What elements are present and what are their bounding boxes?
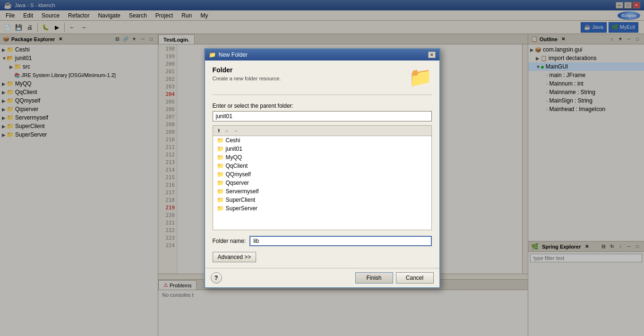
dialog-tree-label-superclient: SuperClient — [226, 197, 256, 203]
tree-toolbar-back-icon[interactable]: ← — [223, 127, 231, 134]
folder-icon: 📁 — [217, 197, 224, 203]
folder-icon: 📁 — [217, 146, 224, 152]
folder-name-row: Folder name: — [213, 236, 432, 246]
dialog-tree-label-qqserver: Qqserver — [226, 180, 249, 186]
dialog-tree-item-superclient[interactable]: 📁 SuperClient — [213, 196, 431, 204]
dialog-tree-item-qqmyself[interactable]: 📁 QQmyself — [213, 170, 431, 179]
dialog-tree-label-ceshi: Ceshi — [226, 137, 240, 144]
dialog-tree-label-servermyself: Servermyself — [226, 188, 259, 195]
tree-toolbar-up-icon[interactable]: ⬆ — [215, 127, 223, 134]
dialog-close-button[interactable]: ✕ — [428, 52, 436, 58]
dialog-tree-area: 📁 Ceshi 📁 junit01 📁 MyQQ 📁 QqClient 📁 — [213, 136, 432, 230]
dialog-header-section: Folder Create a new folder resource. 📁 — [213, 66, 432, 95]
modal-overlay: 📁 New Folder ✕ Folder Create a new folde… — [0, 0, 644, 336]
cancel-button[interactable]: Cancel — [396, 272, 434, 284]
dialog-tree-label-qqmyself: QQmyself — [226, 171, 251, 178]
dialog-tree-item-myqq[interactable]: 📁 MyQQ — [213, 153, 431, 162]
dialog-tree-label-myqq: MyQQ — [226, 154, 242, 161]
dialog-tree-label-superserver: SuperServer — [226, 205, 258, 212]
folder-icon: 📁 — [217, 171, 224, 178]
folder-icon: 📁 — [217, 180, 224, 186]
dialog-tree-label-junit01: junit01 — [226, 146, 242, 152]
dialog-tree-item-superserver[interactable]: 📁 SuperServer — [213, 204, 431, 213]
dialog-section-desc: Create a new folder resource. — [213, 76, 409, 81]
dialog-body: Folder Create a new folder resource. 📁 E… — [205, 60, 439, 268]
dialog-footer: ? Finish Cancel — [205, 268, 439, 287]
dialog-title-text: Folder Create a new folder resource. — [213, 66, 409, 81]
folder-icon: 📁 — [217, 137, 224, 144]
dialog-footer-right: Finish Cancel — [355, 272, 434, 284]
dialog-tree-item-ceshi[interactable]: 📁 Ceshi — [213, 136, 431, 145]
dialog-tree-item-servermyself[interactable]: 📁 Servermyself — [213, 187, 431, 196]
dialog-tree-item-qqserver[interactable]: 📁 Qqserver — [213, 179, 431, 187]
dialog-title-left: 📁 New Folder — [209, 52, 248, 58]
folder-name-label: Folder name: — [213, 238, 246, 244]
dialog-tree-item-qqclient[interactable]: 📁 QqClient — [213, 162, 431, 170]
dialog-title-icon: 📁 — [209, 52, 216, 58]
tree-toolbar-forward-icon[interactable]: → — [232, 127, 240, 134]
dialog-title-bar: 📁 New Folder ✕ — [205, 49, 439, 60]
folder-icon: 📁 — [217, 205, 224, 212]
folder-icon: 📁 — [217, 188, 224, 195]
advanced-button[interactable]: Advanced >> — [213, 252, 257, 262]
tree-toolbar: ⬆ ← → — [213, 125, 432, 136]
folder-icon: 📁 — [217, 163, 224, 169]
dialog-title-controls: ✕ — [428, 52, 436, 58]
finish-button[interactable]: Finish — [355, 272, 393, 284]
parent-folder-input[interactable] — [213, 111, 432, 121]
new-folder-dialog: 📁 New Folder ✕ Folder Create a new folde… — [204, 48, 440, 288]
dialog-tree-item-junit01[interactable]: 📁 junit01 — [213, 145, 431, 153]
folder-name-input[interactable] — [249, 236, 431, 246]
parent-folder-label: Enter or select the parent folder: — [213, 103, 432, 109]
dialog-folder-icon: 📁 — [409, 66, 432, 89]
help-button[interactable]: ? — [211, 272, 222, 284]
dialog-title-label: New Folder — [219, 52, 248, 58]
dialog-section-title: Folder — [213, 66, 409, 74]
folder-icon: 📁 — [217, 154, 224, 161]
dialog-tree-label-qqclient: QqClient — [226, 163, 248, 169]
